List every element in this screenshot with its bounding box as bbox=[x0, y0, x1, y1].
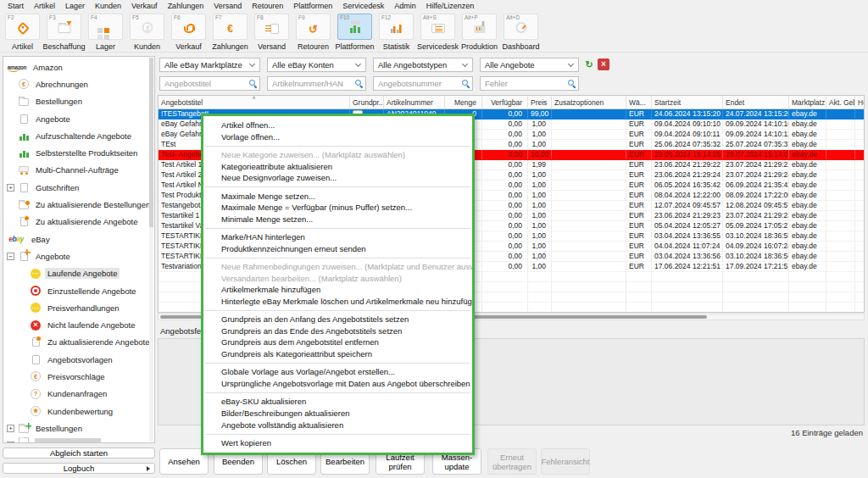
column-header-6[interactable]: Preis bbox=[528, 96, 552, 108]
menubar-item[interactable]: Versand bbox=[209, 2, 247, 10]
column-header-8[interactable]: Wä... bbox=[626, 96, 652, 108]
sidebar-item-multi-channel-aufträge[interactable]: Multi-Channel-Aufträge bbox=[3, 162, 148, 179]
filter-dropdown-2[interactable]: Alle eBay Konten bbox=[267, 58, 366, 72]
sidebar-item-zu-aktualisierende-bestellungen[interactable]: Zu aktualisierende Bestellungen bbox=[3, 196, 148, 213]
column-header-12[interactable]: Akt. Gebot bbox=[826, 96, 855, 108]
sidebar-item-nicht-laufende-angebote[interactable]: ×Nicht laufende Angebote bbox=[3, 316, 148, 333]
tree-expander-icon[interactable]: + bbox=[7, 184, 14, 192]
tree-expander-icon[interactable]: − bbox=[7, 253, 14, 260]
menubar-item[interactable]: Servicedesk bbox=[337, 2, 389, 10]
logbook-button[interactable]: Logbuch bbox=[3, 463, 155, 474]
sidebar-item-selbsterstellte-produktseiten[interactable]: Selbsterstellte Produktseiten bbox=[3, 144, 148, 161]
toolbar-button-artikel[interactable]: F2Artikel bbox=[2, 12, 43, 52]
toolbar-button-lager[interactable]: F4Lager bbox=[85, 12, 126, 52]
sidebar-item-kundenbewertung[interactable]: ★Kundenbewertung bbox=[3, 403, 148, 420]
menubar-item[interactable]: Start bbox=[3, 2, 29, 10]
menubar-item[interactable]: Admin bbox=[389, 2, 421, 10]
column-header-10[interactable]: Endet bbox=[723, 96, 789, 108]
search-input-angebotsnummer[interactable] bbox=[373, 76, 473, 91]
filter-dropdown-3[interactable]: Alle Angebotstypen bbox=[373, 58, 473, 72]
sidebar-item-ebay[interactable]: ebayeBay bbox=[3, 231, 148, 247]
context-menu-item[interactable]: Artikel öffnen... bbox=[203, 119, 472, 131]
menubar-item[interactable]: Kunden bbox=[90, 2, 126, 10]
sidebar-item-gutschriften[interactable]: +Gutschriften bbox=[3, 179, 148, 196]
context-menu-item[interactable]: Maximale Menge setzen... bbox=[203, 191, 472, 203]
column-header-7[interactable]: Zusatzoptionen bbox=[552, 96, 626, 108]
sidebar-item-aufzuschaltende-angebote[interactable]: Aufzuschaltende Angebote bbox=[3, 127, 148, 144]
menubar-item[interactable]: Artikel bbox=[29, 2, 60, 10]
context-menu-item[interactable]: Grundpreis an den Anfang des Angebotstit… bbox=[203, 314, 472, 325]
toolbar-button-dashboard[interactable]: Alt+DDashboard bbox=[500, 12, 542, 52]
menubar-item[interactable]: Zahlungen bbox=[163, 2, 209, 10]
sidebar-item-amazon[interactable]: amazonAmazon bbox=[3, 58, 148, 75]
sidebar-item[interactable]: + bbox=[3, 437, 148, 443]
menubar-item[interactable]: Plattformen bbox=[288, 2, 337, 10]
close-icon[interactable]: × bbox=[598, 58, 609, 70]
sidebar-item-preisverhandlungen[interactable]: ···Preisverhandlungen bbox=[3, 299, 148, 316]
context-menu-item[interactable]: Kategorieattribute aktualisieren bbox=[203, 161, 472, 173]
toolbar-button-verkauf[interactable]: F6Verkauf bbox=[168, 12, 209, 52]
context-menu-item[interactable]: Grundpreis als Kategorieattribut speiche… bbox=[203, 348, 472, 360]
toolbar-button-statistik[interactable]: F12Statistik bbox=[376, 12, 417, 52]
context-menu-item[interactable]: Hinterlegte eBay Merkmale löschen und Ar… bbox=[203, 296, 472, 308]
menubar-item[interactable]: Hilfe/Lizenzen bbox=[421, 2, 480, 10]
sidebar-item-zu-aktualisierende-angebote[interactable]: Zu aktualisierende Angebote bbox=[3, 214, 148, 231]
refresh-icon[interactable]: ↻ bbox=[583, 58, 595, 70]
tree-expander-icon[interactable]: + bbox=[7, 425, 14, 432]
filter-dropdown-1[interactable]: Alle eBay Marktplätze bbox=[159, 58, 260, 72]
sidebar-item-angebotsvorlagen[interactable]: Angebotsvorlagen bbox=[3, 351, 148, 368]
sidebar-item-abrechnungen[interactable]: €Abrechnungen bbox=[3, 75, 148, 92]
scrollbar-thumb[interactable] bbox=[149, 58, 153, 227]
sidebar-item-kundenanfragen[interactable]: ?Kundenanfragen bbox=[3, 386, 148, 403]
column-header-5[interactable]: Verfügbar bbox=[482, 96, 528, 108]
filter-dropdown-4[interactable]: Alle Angebote bbox=[480, 58, 579, 72]
sidebar-item-angebote[interactable]: Angebote bbox=[3, 110, 148, 127]
sidebar-scrollbar[interactable] bbox=[149, 58, 153, 442]
context-menu-item[interactable]: eBay-SKU aktualisieren bbox=[203, 396, 472, 408]
sidebar-item-einzustellende-angebote[interactable]: Einzustellende Angebote bbox=[3, 282, 148, 299]
context-menu-item[interactable]: Ursprüngliche Angebotsvorlage mit Daten … bbox=[203, 378, 472, 390]
menubar-item[interactable]: Lager bbox=[60, 2, 90, 10]
column-header-13[interactable]: Höc bbox=[855, 96, 865, 108]
context-menu-item[interactable]: Minimale Menge setzen... bbox=[203, 214, 472, 225]
sidebar-item-laufende-angebote[interactable]: ···Laufende Angebote bbox=[3, 265, 148, 282]
search-input-angebotstitel[interactable] bbox=[159, 76, 260, 91]
search-input-fehler[interactable] bbox=[480, 76, 579, 91]
column-header-2[interactable]: Grundpr... bbox=[350, 96, 384, 108]
toolbar-button-kunden[interactable]: F5Kunden bbox=[126, 12, 168, 52]
context-menu-item[interactable]: Produktkennzeichnungen erneut senden bbox=[203, 243, 472, 255]
context-menu-item[interactable]: Marke/HAN hinterlegen bbox=[203, 231, 472, 243]
toolbar-button-versand[interactable]: F8Versand bbox=[251, 12, 292, 52]
context-menu-item[interactable]: Globale Vorlage aus Vorlage/Angebot erst… bbox=[203, 366, 472, 378]
sidebar-item-preisvorschläge[interactable]: €Preisvorschläge bbox=[3, 368, 148, 385]
column-header-3[interactable]: Artikelnummer bbox=[384, 96, 445, 108]
tree-expander-icon[interactable]: + bbox=[7, 442, 14, 443]
toolbar-button-produktion[interactable]: Alt+PProduktion bbox=[459, 12, 500, 52]
menubar-item[interactable]: Verkauf bbox=[126, 2, 163, 10]
menubar-item[interactable]: Retouren bbox=[247, 2, 288, 10]
toolbar-button-servicedesk[interactable]: Alt+SServicedesk bbox=[417, 12, 459, 52]
column-header-11[interactable]: Marktplatz bbox=[789, 96, 826, 108]
context-menu-item[interactable]: Angebote vollständig aktualisieren bbox=[203, 420, 472, 431]
toolbar-button-beschaffung[interactable]: F3Beschaffung bbox=[43, 12, 85, 52]
context-menu-item[interactable]: Bilder/Beschreibungen aktualisieren bbox=[203, 408, 472, 420]
sidebar-item-zu-aktualisierende-angebote[interactable]: Zu aktualisierende Angebote bbox=[3, 334, 148, 351]
context-menu-item[interactable]: Vorlage öffnen... bbox=[203, 131, 472, 143]
column-header-9[interactable]: Startzeit bbox=[652, 96, 723, 108]
context-menu-item[interactable]: Wert kopieren bbox=[203, 437, 472, 449]
column-header-1[interactable]: ∧Angebotstitel bbox=[159, 96, 350, 108]
context-menu-item[interactable]: Grundpreis aus dem Angebotstitel entfern… bbox=[203, 336, 472, 348]
sidebar-item-bestellungen[interactable]: Bestellungen bbox=[3, 93, 148, 110]
sidebar-item-angebote[interactable]: −Angebote bbox=[3, 247, 148, 264]
context-menu-item[interactable]: Maximale Menge = Verfügbar (minus Puffer… bbox=[203, 202, 472, 214]
toolbar-button-retouren[interactable]: F9↺Retouren bbox=[292, 12, 334, 52]
context-menu-item[interactable]: Grundpreis an das Ende des Angebotstitel… bbox=[203, 325, 472, 337]
context-menu-item[interactable]: Artikelmerkmale hinzufügen bbox=[203, 284, 472, 296]
column-header-4[interactable]: Menge bbox=[445, 96, 482, 108]
sidebar-item-bestellungen[interactable]: +Bestellungen bbox=[3, 420, 148, 436]
context-menu-item[interactable]: Neue Designvorlage zuweisen... bbox=[203, 172, 472, 184]
sync-start-button[interactable]: Abgleich starten bbox=[3, 447, 155, 459]
toolbar-button-plattformen[interactable]: F10Plattformen bbox=[334, 12, 376, 52]
search-input-artikelnummer-han[interactable] bbox=[267, 76, 366, 91]
toolbar-button-zahlungen[interactable]: F7€Zahlungen bbox=[209, 12, 251, 52]
